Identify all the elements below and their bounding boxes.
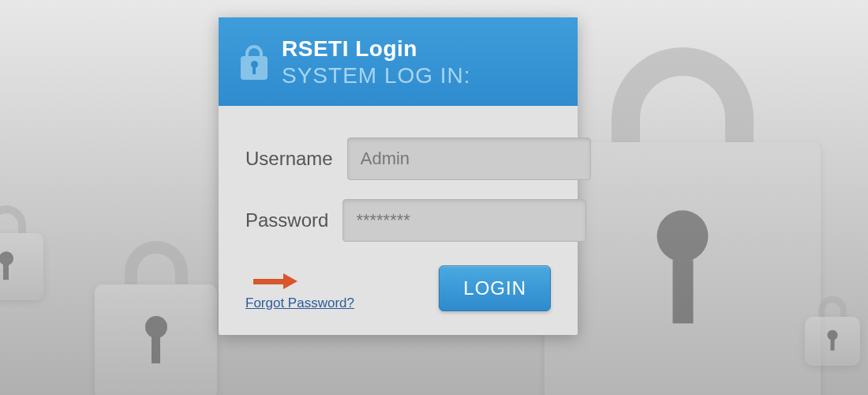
lock-icon [241, 45, 268, 80]
login-button[interactable]: LOGIN [439, 265, 551, 311]
background-lock-decoration [95, 241, 217, 395]
username-label: Username [245, 148, 333, 170]
username-row: Username [245, 137, 551, 180]
background-lock-decoration [0, 205, 43, 300]
forgot-password-link[interactable]: Forgot Password? [245, 295, 354, 310]
login-body: Username Password Forgot Password? LOGIN [219, 106, 578, 335]
login-subtitle: SYSTEM LOG IN: [282, 63, 471, 88]
login-card: RSETI Login SYSTEM LOG IN: Username Pass… [219, 17, 578, 335]
password-input[interactable] [342, 199, 586, 242]
svg-rect-0 [253, 279, 283, 284]
background-lock-decoration [805, 296, 860, 366]
username-input[interactable] [347, 137, 591, 180]
password-label: Password [245, 209, 328, 231]
password-row: Password [245, 199, 551, 242]
login-footer: Forgot Password? LOGIN [245, 265, 551, 311]
login-header: RSETI Login SYSTEM LOG IN: [219, 17, 578, 106]
svg-marker-1 [283, 273, 297, 289]
arrow-right-icon [253, 273, 297, 289]
login-title: RSETI Login [282, 36, 471, 62]
